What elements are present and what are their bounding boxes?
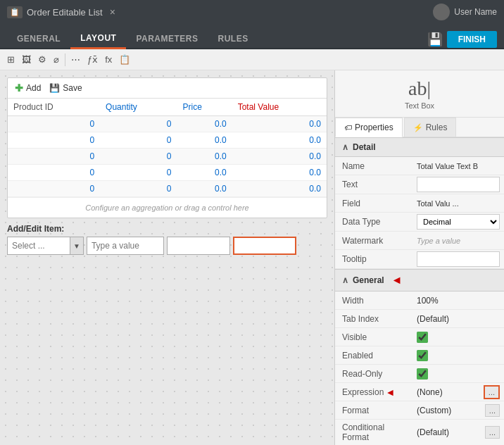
select-input[interactable] [7, 237, 70, 255]
table-actions: ✚ Add 💾 Save [8, 78, 327, 98]
general-arrow-indicator: ◄ [391, 274, 403, 287]
table-cell: 0.0 [177, 132, 232, 149]
prop-readonly-value [412, 367, 504, 381]
prop-enabled-checkbox[interactable] [417, 350, 428, 361]
prop-format-btn[interactable]: ... [485, 404, 500, 417]
col-header-product-id: Product ID [8, 99, 100, 116]
grid-icon-button[interactable]: ⊞ [4, 53, 18, 66]
aggregation-hint: Configure an aggregation or drag a contr… [8, 197, 327, 218]
table-row: 000.00.0 [8, 149, 327, 165]
tab-rules[interactable]: RULES [208, 30, 258, 48]
tab-layout[interactable]: LAYOUT [70, 29, 126, 49]
link-icon-button[interactable]: ⌀ [51, 53, 62, 66]
prop-tabindex-text: (Default) [417, 314, 449, 324]
prop-width-label: Width [335, 293, 412, 308]
table-cell: 0.0 [232, 181, 327, 197]
prop-format: Format (Custom) ... [335, 401, 504, 420]
add-edit-inputs: ▼ [7, 237, 327, 255]
app-header: 📋 Order Editable List × User Name [0, 0, 504, 24]
detail-section-header[interactable]: ∧ Detail [335, 137, 504, 157]
prop-tooltip-label: Tooltip [335, 251, 412, 267]
select-wrapper: ▼ [7, 237, 84, 255]
datatype-select[interactable]: Decimal [417, 214, 500, 230]
tab-parameters[interactable]: PARAMETERS [126, 30, 208, 48]
table-cell: 0 [100, 132, 177, 149]
prop-tooltip: Tooltip [335, 250, 504, 269]
table-row: 000.00.0 [8, 181, 327, 197]
image-icon-button[interactable]: 🖼 [19, 53, 34, 66]
table-cell: 0 [8, 181, 100, 197]
prop-conditional-format-btn[interactable]: ... [485, 426, 500, 439]
data-table: Product ID Quantity Price Total Value 00… [8, 98, 327, 197]
table-cell: 0 [8, 149, 100, 165]
gear-icon-button[interactable]: ⚙ [35, 53, 49, 66]
clipboard-icon-button[interactable]: 📋 [116, 53, 133, 66]
table-row: 000.00.0 [8, 165, 327, 181]
tab-general[interactable]: GENERAL [7, 30, 70, 48]
prop-tooltip-input[interactable] [417, 251, 500, 267]
prop-watermark-value: Type a value [412, 235, 504, 246]
prop-name-text: Total Value Text B [417, 162, 478, 170]
save-icon-button[interactable]: 💾 [427, 32, 443, 47]
prop-name-value: Total Value Text B [412, 161, 504, 172]
add-button[interactable]: ✚ Add [15, 82, 41, 94]
datatype-select-wrapper: Decimal [417, 214, 500, 230]
user-avatar [433, 4, 450, 20]
general-section: ∧ General ◄ Width 100% Tab Index (Defaul… [335, 269, 504, 445]
add-icon: ✚ [15, 82, 23, 94]
prop-expression: Expression ◄ (None) ... [335, 383, 504, 401]
prop-expression-btn[interactable]: ... [484, 385, 500, 399]
general-toggle: ∧ [342, 275, 348, 285]
prop-width-value: 100% [412, 294, 504, 307]
prop-readonly-label: Read-Only [335, 366, 412, 382]
prop-field-label: Field [335, 196, 412, 211]
general-section-header[interactable]: ∧ General ◄ [335, 269, 504, 292]
table-row: 000.00.0 [8, 132, 327, 149]
prop-visible-label: Visible [335, 330, 412, 345]
finish-button[interactable]: FINISH [447, 31, 497, 48]
prop-enabled-label: Enabled [335, 348, 412, 363]
user-name: User Name [454, 7, 497, 17]
prop-readonly: Read-Only [335, 365, 504, 383]
prop-tabindex-label: Tab Index [335, 311, 412, 327]
col-header-price: Price [177, 99, 232, 116]
header-user-area: User Name [433, 4, 497, 20]
save-button[interactable]: 💾 Save [49, 83, 82, 93]
prop-format-text: (Custom) [417, 406, 482, 415]
properties-icon: 🏷 [344, 123, 352, 132]
prop-readonly-checkbox[interactable] [417, 368, 428, 380]
tab-rules-panel[interactable]: ⚡ Rules [404, 118, 457, 137]
toolbar-separator [65, 54, 65, 66]
table-cell: 0 [100, 149, 177, 165]
prop-conditional-format-text: (Default) [417, 427, 482, 437]
ellipsis-icon-button[interactable]: ⋯ [68, 53, 83, 66]
code-icon-button[interactable]: ƒx̄ [84, 53, 101, 66]
close-button[interactable]: × [110, 6, 115, 18]
highlighted-input[interactable] [233, 237, 296, 255]
tab-properties[interactable]: 🏷 Properties [335, 118, 403, 137]
prop-expression-text: (None) [417, 387, 481, 397]
fx-icon-button[interactable]: fx [102, 53, 115, 66]
prop-watermark-text: Type a value [417, 237, 460, 245]
rules-icon: ⚡ [413, 123, 423, 132]
prop-text-value [412, 175, 504, 194]
type-value-input[interactable] [87, 237, 164, 255]
prop-text-label: Text [335, 177, 412, 192]
main-area: ✚ Add 💾 Save Product ID Quantity Price T… [0, 70, 504, 445]
prop-visible-checkbox[interactable] [417, 332, 428, 343]
detail-toggle: ∧ [342, 142, 348, 152]
prop-conditional-format-label: Conditional Format [335, 420, 412, 445]
prop-watermark-label: Watermark [335, 233, 412, 249]
select-dropdown-button[interactable]: ▼ [70, 237, 84, 255]
prop-text: Text [335, 175, 504, 194]
prop-conditional-format: Conditional Format (Default) ... [335, 420, 504, 445]
table-cell: 0.0 [232, 149, 327, 165]
table-row: 000.00.0 [8, 116, 327, 132]
prop-text-input[interactable] [417, 177, 500, 192]
prop-datatype-value: Decimal [412, 213, 504, 231]
detail-section: ∧ Detail Name Total Value Text B Text Fi… [335, 137, 504, 269]
prop-expression-value: (None) ... [412, 384, 504, 401]
empty-input-1[interactable] [167, 237, 230, 255]
table-cell: 0 [8, 116, 100, 132]
window-title: Order Editable List [27, 7, 103, 18]
